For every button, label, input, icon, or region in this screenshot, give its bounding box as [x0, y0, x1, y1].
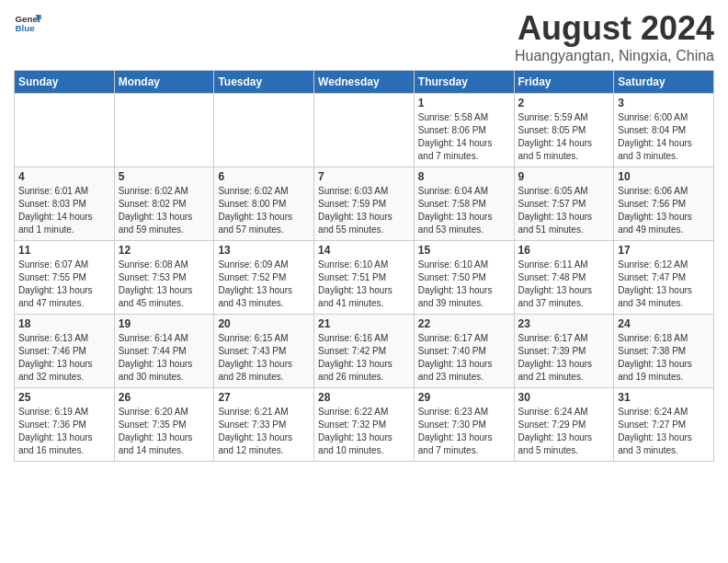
- page-header: General Blue August 2024 Huangyangtan, N…: [14, 9, 714, 64]
- day-header-sunday: Sunday: [15, 71, 115, 94]
- day-info: Sunrise: 6:01 AM Sunset: 8:03 PM Dayligh…: [18, 185, 110, 236]
- day-info: Sunrise: 6:24 AM Sunset: 7:27 PM Dayligh…: [618, 406, 710, 457]
- day-info: Sunrise: 6:08 AM Sunset: 7:53 PM Dayligh…: [119, 259, 210, 310]
- calendar-cell: 2Sunrise: 5:59 AM Sunset: 8:05 PM Daylig…: [514, 94, 614, 167]
- day-info: Sunrise: 6:12 AM Sunset: 7:47 PM Dayligh…: [618, 259, 710, 310]
- calendar-cell: 26Sunrise: 6:20 AM Sunset: 7:35 PM Dayli…: [114, 388, 214, 462]
- calendar-cell: 8Sunrise: 6:04 AM Sunset: 7:58 PM Daylig…: [414, 167, 514, 241]
- day-number: 1: [418, 97, 510, 109]
- week-row-2: 4Sunrise: 6:01 AM Sunset: 8:03 PM Daylig…: [15, 167, 714, 241]
- day-number: 28: [318, 391, 410, 404]
- day-number: 16: [518, 244, 610, 257]
- day-info: Sunrise: 6:18 AM Sunset: 7:38 PM Dayligh…: [618, 332, 710, 384]
- calendar-cell: 18Sunrise: 6:13 AM Sunset: 7:46 PM Dayli…: [15, 315, 115, 388]
- day-number: 11: [18, 244, 110, 257]
- day-number: 24: [618, 317, 710, 330]
- calendar-cell: 7Sunrise: 6:03 AM Sunset: 7:59 PM Daylig…: [314, 167, 415, 241]
- calendar-cell: 4Sunrise: 6:01 AM Sunset: 8:03 PM Daylig…: [15, 167, 115, 241]
- day-number: 22: [418, 317, 510, 330]
- calendar-cell: 11Sunrise: 6:07 AM Sunset: 7:55 PM Dayli…: [15, 241, 115, 315]
- day-info: Sunrise: 6:10 AM Sunset: 7:50 PM Dayligh…: [418, 259, 510, 310]
- day-number: 25: [18, 391, 110, 404]
- calendar-cell: 30Sunrise: 6:24 AM Sunset: 7:29 PM Dayli…: [514, 388, 614, 462]
- calendar-cell: 29Sunrise: 6:23 AM Sunset: 7:30 PM Dayli…: [414, 388, 514, 462]
- day-info: Sunrise: 6:02 AM Sunset: 8:00 PM Dayligh…: [218, 185, 310, 236]
- day-number: 19: [119, 317, 210, 330]
- calendar-cell: 22Sunrise: 6:17 AM Sunset: 7:40 PM Dayli…: [414, 315, 514, 388]
- calendar-cell: 24Sunrise: 6:18 AM Sunset: 7:38 PM Dayli…: [614, 315, 714, 388]
- day-info: Sunrise: 6:19 AM Sunset: 7:36 PM Dayligh…: [18, 406, 110, 457]
- week-row-1: 1Sunrise: 5:58 AM Sunset: 8:06 PM Daylig…: [15, 94, 714, 167]
- calendar-cell: [214, 94, 314, 167]
- day-info: Sunrise: 6:23 AM Sunset: 7:30 PM Dayligh…: [418, 406, 510, 457]
- day-header-saturday: Saturday: [614, 71, 714, 94]
- calendar-cell: 20Sunrise: 6:15 AM Sunset: 7:43 PM Dayli…: [214, 315, 314, 388]
- day-number: 13: [218, 244, 310, 257]
- day-number: 23: [518, 317, 610, 330]
- day-number: 2: [518, 97, 610, 109]
- calendar-cell: [114, 94, 214, 167]
- day-number: 30: [518, 391, 610, 404]
- day-info: Sunrise: 6:20 AM Sunset: 7:35 PM Dayligh…: [119, 406, 210, 457]
- day-number: 20: [218, 317, 310, 330]
- day-number: 4: [18, 170, 110, 183]
- calendar-cell: 19Sunrise: 6:14 AM Sunset: 7:44 PM Dayli…: [114, 315, 214, 388]
- day-number: 8: [418, 170, 510, 183]
- day-info: Sunrise: 6:06 AM Sunset: 7:56 PM Dayligh…: [618, 185, 710, 236]
- day-info: Sunrise: 6:22 AM Sunset: 7:32 PM Dayligh…: [318, 406, 410, 457]
- day-number: 7: [318, 170, 410, 183]
- day-number: 3: [618, 97, 710, 109]
- day-info: Sunrise: 6:05 AM Sunset: 7:57 PM Dayligh…: [518, 185, 610, 236]
- day-number: 9: [518, 170, 610, 183]
- calendar-cell: 15Sunrise: 6:10 AM Sunset: 7:50 PM Dayli…: [414, 241, 514, 315]
- day-number: 17: [618, 244, 710, 257]
- day-info: Sunrise: 6:15 AM Sunset: 7:43 PM Dayligh…: [218, 332, 310, 384]
- day-number: 21: [318, 317, 410, 330]
- calendar-cell: 14Sunrise: 6:10 AM Sunset: 7:51 PM Dayli…: [314, 241, 415, 315]
- calendar-cell: 6Sunrise: 6:02 AM Sunset: 8:00 PM Daylig…: [214, 167, 314, 241]
- day-number: 18: [18, 317, 110, 330]
- day-number: 5: [119, 170, 210, 183]
- day-number: 29: [418, 391, 510, 404]
- calendar-cell: 17Sunrise: 6:12 AM Sunset: 7:47 PM Dayli…: [614, 241, 714, 315]
- calendar-cell: 3Sunrise: 6:00 AM Sunset: 8:04 PM Daylig…: [614, 94, 714, 167]
- sub-title: Huangyangtan, Ningxia, China: [515, 48, 714, 64]
- day-number: 26: [119, 391, 210, 404]
- day-info: Sunrise: 6:13 AM Sunset: 7:46 PM Dayligh…: [18, 332, 110, 384]
- day-number: 27: [218, 391, 310, 404]
- day-header-tuesday: Tuesday: [214, 71, 314, 94]
- main-title: August 2024: [515, 9, 714, 48]
- day-number: 14: [318, 244, 410, 257]
- day-header-monday: Monday: [114, 71, 214, 94]
- calendar-cell: 28Sunrise: 6:22 AM Sunset: 7:32 PM Dayli…: [314, 388, 415, 462]
- calendar-cell: 27Sunrise: 6:21 AM Sunset: 7:33 PM Dayli…: [214, 388, 314, 462]
- calendar-cell: 5Sunrise: 6:02 AM Sunset: 8:02 PM Daylig…: [114, 167, 214, 241]
- day-header-thursday: Thursday: [414, 71, 514, 94]
- week-row-5: 25Sunrise: 6:19 AM Sunset: 7:36 PM Dayli…: [15, 388, 714, 462]
- day-info: Sunrise: 6:21 AM Sunset: 7:33 PM Dayligh…: [218, 406, 310, 457]
- day-info: Sunrise: 6:11 AM Sunset: 7:48 PM Dayligh…: [518, 259, 610, 310]
- day-info: Sunrise: 6:00 AM Sunset: 8:04 PM Dayligh…: [618, 111, 710, 163]
- week-row-3: 11Sunrise: 6:07 AM Sunset: 7:55 PM Dayli…: [15, 241, 714, 315]
- calendar-cell: 13Sunrise: 6:09 AM Sunset: 7:52 PM Dayli…: [214, 241, 314, 315]
- day-number: 15: [418, 244, 510, 257]
- calendar-cell: 9Sunrise: 6:05 AM Sunset: 7:57 PM Daylig…: [514, 167, 614, 241]
- calendar-cell: 21Sunrise: 6:16 AM Sunset: 7:42 PM Dayli…: [314, 315, 415, 388]
- day-info: Sunrise: 6:03 AM Sunset: 7:59 PM Dayligh…: [318, 185, 410, 236]
- calendar-cell: 12Sunrise: 6:08 AM Sunset: 7:53 PM Dayli…: [114, 241, 214, 315]
- day-header-friday: Friday: [514, 71, 614, 94]
- day-info: Sunrise: 6:09 AM Sunset: 7:52 PM Dayligh…: [218, 259, 310, 310]
- day-number: 6: [218, 170, 310, 183]
- calendar-cell: 25Sunrise: 6:19 AM Sunset: 7:36 PM Dayli…: [15, 388, 115, 462]
- calendar-cell: 31Sunrise: 6:24 AM Sunset: 7:27 PM Dayli…: [614, 388, 714, 462]
- day-header-wednesday: Wednesday: [314, 71, 415, 94]
- day-info: Sunrise: 6:04 AM Sunset: 7:58 PM Dayligh…: [418, 185, 510, 236]
- day-info: Sunrise: 6:14 AM Sunset: 7:44 PM Dayligh…: [119, 332, 210, 384]
- day-info: Sunrise: 5:58 AM Sunset: 8:06 PM Dayligh…: [418, 111, 510, 163]
- logo-icon: General Blue: [14, 9, 41, 37]
- day-number: 10: [618, 170, 710, 183]
- day-info: Sunrise: 6:17 AM Sunset: 7:39 PM Dayligh…: [518, 332, 610, 384]
- calendar-cell: 16Sunrise: 6:11 AM Sunset: 7:48 PM Dayli…: [514, 241, 614, 315]
- title-area: August 2024 Huangyangtan, Ningxia, China: [515, 9, 714, 64]
- day-info: Sunrise: 6:24 AM Sunset: 7:29 PM Dayligh…: [518, 406, 610, 457]
